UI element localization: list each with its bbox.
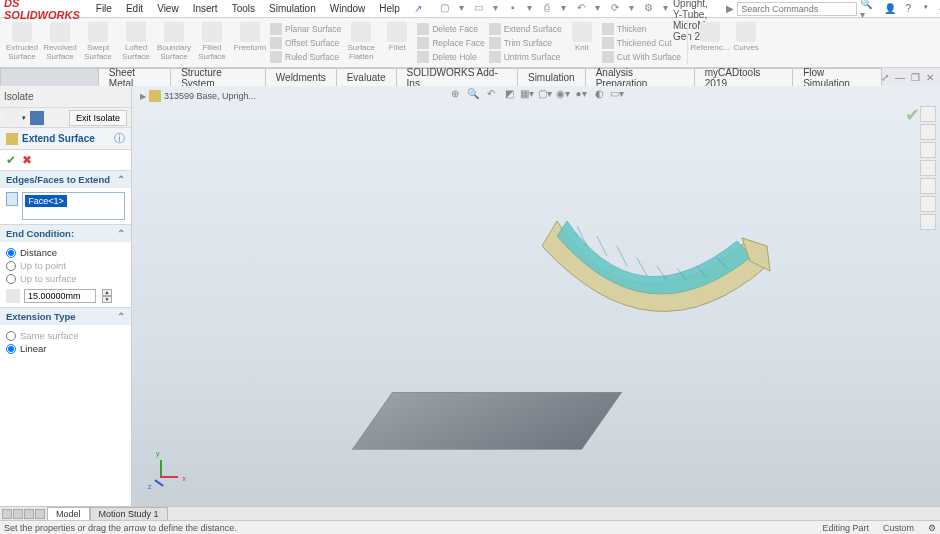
view-orient-icon[interactable]: ▦▾ bbox=[520, 88, 534, 102]
section-extension-type[interactable]: Extension Type⌃ bbox=[0, 307, 131, 325]
menu-edit[interactable]: Edit bbox=[120, 1, 149, 16]
selection-filter-icon[interactable] bbox=[6, 192, 18, 206]
menu-help[interactable]: Help bbox=[373, 1, 406, 16]
revolved-surface-button[interactable]: RevolvedSurface bbox=[42, 20, 78, 65]
options-icon[interactable]: ⚙ bbox=[642, 2, 656, 16]
rebuild-icon[interactable]: ⟳ bbox=[608, 2, 622, 16]
cut-with-surface-button[interactable]: Cut With Surface bbox=[602, 50, 681, 64]
isolate-icon[interactable] bbox=[4, 111, 18, 125]
menu-simulation[interactable]: Simulation bbox=[263, 1, 322, 16]
search-input[interactable] bbox=[737, 2, 857, 16]
spin-down[interactable]: ▼ bbox=[102, 296, 112, 303]
radio-linear[interactable]: Linear bbox=[6, 342, 125, 355]
offset-surface-button[interactable]: Offset Surface bbox=[270, 36, 341, 50]
scene-icon[interactable]: ◐ bbox=[592, 88, 606, 102]
extend-surface-button[interactable]: Extend Surface bbox=[489, 22, 562, 36]
spin-up[interactable]: ▲ bbox=[102, 289, 112, 296]
delete-face-button[interactable]: Delete Face bbox=[417, 22, 484, 36]
planar-surface-button[interactable]: Planar Surface bbox=[270, 22, 341, 36]
filled-surface-button[interactable]: FilledSurface bbox=[194, 20, 230, 65]
fm-icon-1[interactable] bbox=[2, 509, 12, 519]
pin-icon[interactable]: ↗ bbox=[408, 1, 428, 16]
cmdtab-evaluate[interactable]: Evaluate bbox=[336, 68, 397, 86]
menu-window[interactable]: Window bbox=[324, 1, 372, 16]
open-icon[interactable]: ▭ bbox=[472, 2, 486, 16]
display-style-icon[interactable]: ▢▾ bbox=[538, 88, 552, 102]
section-view-icon[interactable]: ◩ bbox=[502, 88, 516, 102]
cmdtab-prev[interactable] bbox=[0, 68, 99, 86]
menu-tools[interactable]: Tools bbox=[226, 1, 261, 16]
curves-button[interactable]: Curves bbox=[728, 20, 764, 65]
viewport-restore-icon[interactable]: ❐ bbox=[911, 72, 920, 83]
taskpane-design-lib-icon[interactable] bbox=[920, 124, 936, 140]
view-settings-icon[interactable]: ▭▾ bbox=[610, 88, 624, 102]
graphics-viewport[interactable]: ▶ 313599 Base, Uprigh... ⊕ 🔍 ↶ ◩ ▦▾ ▢▾ ◉… bbox=[132, 86, 940, 506]
untrim-surface-button[interactable]: Untrim Surface bbox=[489, 50, 562, 64]
distance-input[interactable] bbox=[24, 289, 96, 303]
prev-view-icon[interactable]: ↶ bbox=[484, 88, 498, 102]
tab-motion-study[interactable]: Motion Study 1 bbox=[90, 507, 168, 520]
confirm-corner-ok-icon[interactable]: ✔ bbox=[905, 104, 920, 126]
delete-hole-button[interactable]: Delete Hole bbox=[417, 50, 484, 64]
section-edges-faces[interactable]: Edges/Faces to Extend⌃ bbox=[0, 170, 131, 188]
user-icon[interactable]: 👤 bbox=[883, 3, 897, 14]
orientation-triad[interactable]: y x z bbox=[150, 458, 180, 488]
swept-surface-button[interactable]: SweptSurface bbox=[80, 20, 116, 65]
ruled-surface-button[interactable]: Ruled Surface bbox=[270, 50, 341, 64]
help-info-icon[interactable]: ⓘ bbox=[114, 131, 125, 146]
radio-distance[interactable]: Distance bbox=[6, 246, 125, 259]
menu-file[interactable]: File bbox=[90, 1, 118, 16]
selected-face[interactable]: Face<1> bbox=[25, 195, 67, 207]
fm-icon-4[interactable] bbox=[35, 509, 45, 519]
cmdtab-simulation[interactable]: Simulation bbox=[517, 68, 586, 86]
taskpane-custom-props-icon[interactable] bbox=[920, 196, 936, 212]
reference-geometry-button[interactable]: Referenc... bbox=[692, 20, 728, 65]
help-icon[interactable]: ? bbox=[901, 3, 915, 14]
freeform-button[interactable]: Freeform bbox=[232, 20, 268, 65]
boundary-surface-button[interactable]: BoundarySurface bbox=[156, 20, 192, 65]
trim-surface-button[interactable]: Trim Surface bbox=[489, 36, 562, 50]
surface-flatten-button[interactable]: SurfaceFlatten bbox=[343, 20, 379, 65]
zoom-fit-icon[interactable]: ⊕ bbox=[448, 88, 462, 102]
ok-button[interactable]: ✔ bbox=[6, 153, 16, 167]
status-units[interactable]: Custom bbox=[883, 523, 914, 533]
extruded-surface-button[interactable]: ExtrudedSurface bbox=[4, 20, 40, 65]
cmdtab-flowsim[interactable]: Flow Simulation bbox=[792, 68, 882, 86]
menu-view[interactable]: View bbox=[151, 1, 185, 16]
print-icon[interactable]: ⎙ bbox=[540, 2, 554, 16]
section-end-condition[interactable]: End Condition:⌃ bbox=[0, 224, 131, 242]
viewport-expand-icon[interactable]: ⤢ bbox=[881, 72, 889, 83]
status-gear-icon[interactable]: ⚙ bbox=[928, 523, 936, 533]
undo-icon[interactable]: ↶ bbox=[574, 2, 588, 16]
radio-same-surface[interactable]: Same surface bbox=[6, 329, 125, 342]
appearance-icon[interactable]: ●▾ bbox=[574, 88, 588, 102]
cmdtab-weldments[interactable]: Weldments bbox=[265, 68, 337, 86]
viewport-close-icon[interactable]: ✕ bbox=[926, 72, 934, 83]
radio-up-to-point[interactable]: Up to point bbox=[6, 259, 125, 272]
taskpane-view-palette-icon[interactable] bbox=[920, 160, 936, 176]
menu-insert[interactable]: Insert bbox=[187, 1, 224, 16]
cmdtab-sheetmetal[interactable]: Sheet Metal bbox=[98, 68, 171, 86]
search-go-icon[interactable]: 🔍▾ bbox=[860, 0, 872, 20]
taskpane-explorer-icon[interactable] bbox=[920, 142, 936, 158]
fm-icon-2[interactable] bbox=[13, 509, 23, 519]
isolate-save-icon[interactable] bbox=[30, 111, 44, 125]
taskpane-forum-icon[interactable] bbox=[920, 214, 936, 230]
zoom-area-icon[interactable]: 🔍 bbox=[466, 88, 480, 102]
new-icon[interactable]: ▢ bbox=[438, 2, 452, 16]
fillet-button[interactable]: Fillet bbox=[379, 20, 415, 65]
cancel-button[interactable]: ✖ bbox=[22, 153, 32, 167]
save-icon[interactable]: ▪ bbox=[506, 2, 520, 16]
thickened-cut-button[interactable]: Thickened Cut bbox=[602, 36, 681, 50]
thicken-button[interactable]: Thicken bbox=[602, 22, 681, 36]
taskpane-resources-icon[interactable] bbox=[920, 106, 936, 122]
lofted-surface-button[interactable]: LoftedSurface bbox=[118, 20, 154, 65]
cmdtab-structure[interactable]: Structure System bbox=[170, 68, 266, 86]
exit-isolate-button[interactable]: Exit Isolate bbox=[69, 110, 127, 126]
viewport-min-icon[interactable]: — bbox=[895, 72, 905, 83]
hide-show-icon[interactable]: ◉▾ bbox=[556, 88, 570, 102]
taskpane-appearances-icon[interactable] bbox=[920, 178, 936, 194]
cmdtab-analysis[interactable]: Analysis Preparation bbox=[585, 68, 695, 86]
cmdtab-mycadtools[interactable]: myCADtools 2019 bbox=[694, 68, 793, 86]
knit-surface-button[interactable]: Knit bbox=[564, 20, 600, 65]
